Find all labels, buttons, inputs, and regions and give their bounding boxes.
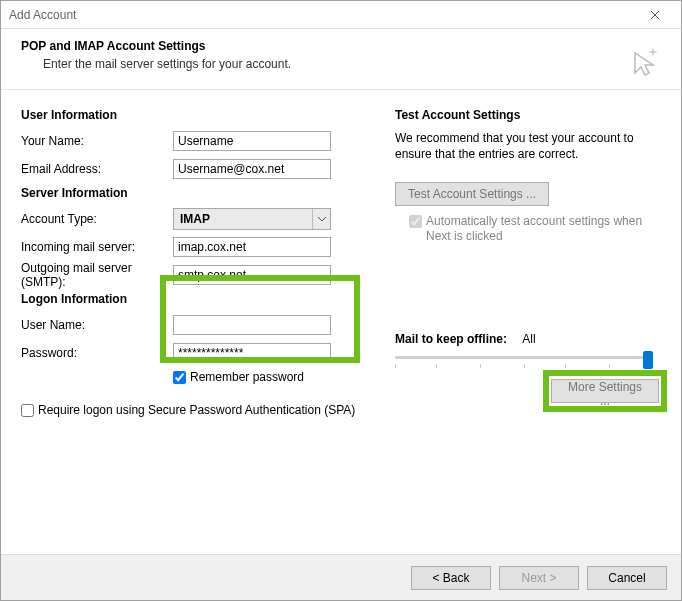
spa-label: Require logon using Secure Password Auth… <box>38 403 355 418</box>
your-name-input[interactable] <box>173 131 331 151</box>
spa-checkbox[interactable] <box>21 404 34 417</box>
section-server-info: Server Information <box>21 186 387 200</box>
page-title: POP and IMAP Account Settings <box>21 39 661 53</box>
header: POP and IMAP Account Settings Enter the … <box>1 29 681 90</box>
right-column: Test Account Settings We recommend that … <box>387 104 661 554</box>
window-title: Add Account <box>9 8 76 22</box>
close-icon <box>650 10 660 20</box>
section-logon-info: Logon Information <box>21 292 387 306</box>
mail-keep-slider[interactable] <box>395 352 653 378</box>
incoming-label: Incoming mail server: <box>21 240 173 254</box>
username-label: User Name: <box>21 318 173 332</box>
slider-tick <box>524 364 525 368</box>
footer: < Back Next > Cancel <box>1 554 681 600</box>
test-recommend-text: We recommend that you test your account … <box>395 130 661 162</box>
dialog-body: User Information Your Name: Email Addres… <box>1 90 681 554</box>
outgoing-label: Outgoing mail server (SMTP): <box>21 261 173 289</box>
page-subtitle: Enter the mail server settings for your … <box>43 57 661 71</box>
remember-password-checkbox[interactable] <box>173 371 186 384</box>
titlebar: Add Account <box>1 1 681 29</box>
autotest-checkbox[interactable] <box>409 215 422 228</box>
autotest-label: Automatically test account settings when… <box>426 214 661 244</box>
chevron-down-icon <box>312 209 330 229</box>
slider-tick <box>609 364 610 368</box>
mail-keep-row: Mail to keep offline: All <box>395 332 661 346</box>
back-button[interactable]: < Back <box>411 566 491 590</box>
slider-tick <box>395 364 396 368</box>
left-column: User Information Your Name: Email Addres… <box>21 104 387 554</box>
cursor-sparkle-icon <box>625 43 661 82</box>
slider-track <box>395 356 653 359</box>
spa-row[interactable]: Require logon using Secure Password Auth… <box>21 403 387 418</box>
slider-tick <box>436 364 437 368</box>
test-account-button[interactable]: Test Account Settings ... <box>395 182 549 206</box>
mail-keep-label: Mail to keep offline: <box>395 332 507 346</box>
email-input[interactable] <box>173 159 331 179</box>
mail-keep-value: All <box>522 332 535 346</box>
username-input[interactable] <box>173 315 331 335</box>
slider-tick <box>480 364 481 368</box>
slider-tick <box>565 364 566 368</box>
remember-password-row[interactable]: Remember password <box>173 370 387 385</box>
section-user-info: User Information <box>21 108 387 122</box>
email-label: Email Address: <box>21 162 173 176</box>
account-type-label: Account Type: <box>21 212 173 226</box>
more-settings-button[interactable]: More Settings ... <box>551 379 659 403</box>
incoming-server-input[interactable] <box>173 237 331 257</box>
account-type-value: IMAP <box>174 212 312 226</box>
section-test: Test Account Settings <box>395 108 661 122</box>
outgoing-server-input[interactable] <box>173 265 331 285</box>
autotest-row[interactable]: Automatically test account settings when… <box>409 214 661 244</box>
slider-thumb[interactable] <box>643 351 653 369</box>
remember-password-label: Remember password <box>190 370 304 385</box>
password-label: Password: <box>21 346 173 360</box>
your-name-label: Your Name: <box>21 134 173 148</box>
cancel-button[interactable]: Cancel <box>587 566 667 590</box>
add-account-dialog: Add Account POP and IMAP Account Setting… <box>0 0 682 601</box>
next-button[interactable]: Next > <box>499 566 579 590</box>
password-input[interactable] <box>173 343 331 363</box>
close-button[interactable] <box>637 2 673 28</box>
account-type-select[interactable]: IMAP <box>173 208 331 230</box>
